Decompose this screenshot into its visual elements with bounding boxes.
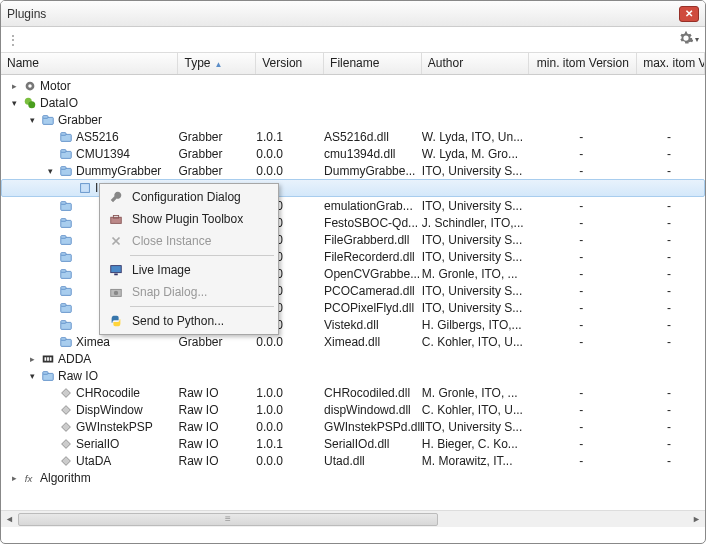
cell-type: Grabber <box>178 164 256 178</box>
cell-file: Vistekd.dll <box>324 318 422 332</box>
cell-auth: ITO, University S... <box>422 250 530 264</box>
cell-min: - <box>529 250 637 264</box>
rawio-icon <box>58 419 73 434</box>
cell-min: - <box>529 335 637 349</box>
expander-icon[interactable]: ▾ <box>9 97 20 108</box>
svg-rect-40 <box>111 266 122 273</box>
col-max-version[interactable]: max. itom V <box>637 53 705 74</box>
row-name: Algorithm <box>40 471 91 485</box>
cell-max: - <box>637 284 705 298</box>
cell-max: - <box>637 216 705 230</box>
cell-file: Utad.dll <box>324 454 422 468</box>
col-min-version[interactable]: min. itom Version <box>529 53 637 74</box>
expander-icon[interactable]: ▸ <box>27 353 38 364</box>
tree-row[interactable]: ▸fxAlgorithm <box>1 469 705 486</box>
tree-row[interactable]: ▸CHRocodileRaw IO1.0.0CHRocodiled.dllM. … <box>1 384 705 401</box>
row-name: Grabber <box>58 113 102 127</box>
svg-rect-22 <box>60 269 65 272</box>
algo-icon: fx <box>22 470 37 485</box>
dataio-icon <box>22 95 37 110</box>
close-button[interactable]: ✕ <box>679 6 699 22</box>
cell-auth: M. Gronle, ITO, ... <box>422 267 530 281</box>
cell-ver: 0.0.0 <box>256 335 324 349</box>
svg-point-3 <box>28 101 35 108</box>
menu-item: Snap Dialog... <box>102 281 276 303</box>
tree-row[interactable]: ▸Motor <box>1 77 705 94</box>
tree-row[interactable]: ▸GWInstekPSPRaw IO0.0.0GWInstekPSPd.dllI… <box>1 418 705 435</box>
scroll-track[interactable] <box>18 512 688 527</box>
svg-text:fx: fx <box>24 472 33 483</box>
svg-point-43 <box>114 291 118 295</box>
tree-row[interactable]: ▸CMU1394Grabber0.0.0cmu1394d.dllW. Lyda,… <box>1 145 705 162</box>
folder-icon <box>58 334 73 349</box>
tree-row[interactable]: ▸ADDA <box>1 350 705 367</box>
folder-icon <box>58 266 73 281</box>
cell-min: - <box>529 199 637 213</box>
folder-icon <box>58 300 73 315</box>
cell-file: CHRocodiled.dll <box>324 386 422 400</box>
col-author[interactable]: Author <box>422 53 530 74</box>
cell-min: - <box>529 301 637 315</box>
cell-ver: 0.0.0 <box>256 454 324 468</box>
cell-type: Raw IO <box>178 386 256 400</box>
cell-max: - <box>637 164 705 178</box>
gear-icon <box>679 31 693 48</box>
expander-icon[interactable]: ▸ <box>9 472 20 483</box>
scroll-left-icon[interactable]: ◄ <box>1 512 18 527</box>
tree-row[interactable]: ▸AS5216Grabber1.0.1AS5216d.dllW. Lyda, I… <box>1 128 705 145</box>
cell-file: FileRecorderd.dll <box>324 250 422 264</box>
cell-max: - <box>637 147 705 161</box>
horizontal-scrollbar[interactable]: ◄ ► <box>1 510 705 527</box>
row-name: Motor <box>40 79 71 93</box>
row-name: GWInstekPSP <box>76 420 153 434</box>
cell-max: - <box>637 386 705 400</box>
col-name[interactable]: Name <box>1 53 178 74</box>
cell-ver: 1.0.0 <box>256 403 324 417</box>
svg-rect-24 <box>60 286 65 289</box>
folder-icon <box>58 129 73 144</box>
menu-item[interactable]: Show Plugin Toolbox <box>102 208 276 230</box>
toolbar-grip-icon: ⋮ <box>7 33 17 47</box>
tree-row[interactable]: ▾Grabber <box>1 111 705 128</box>
tree-row[interactable]: ▾DummyGrabberGrabber0.0.0DummyGrabbe...I… <box>1 162 705 179</box>
toolbar: ⋮ ▾ <box>1 27 705 53</box>
tree-body[interactable]: ▸Motor▾DataIO▾Grabber▸AS5216Grabber1.0.1… <box>1 75 705 527</box>
cell-min: - <box>529 267 637 281</box>
folder-icon <box>58 163 73 178</box>
rawio-icon <box>58 436 73 451</box>
col-version[interactable]: Version <box>256 53 324 74</box>
svg-rect-34 <box>49 357 51 361</box>
cell-min: - <box>529 454 637 468</box>
camera-icon <box>106 284 126 300</box>
tree-row[interactable]: ▸DispWindowRaw IO1.0.0dispWindowd.dllC. … <box>1 401 705 418</box>
tree-row[interactable]: ▸UtaDARaw IO0.0.0Utad.dllM. Morawitz, IT… <box>1 452 705 469</box>
cell-ver: 0.0.0 <box>256 147 324 161</box>
cell-type: Raw IO <box>178 403 256 417</box>
tree-row[interactable]: ▾Raw IO <box>1 367 705 384</box>
col-type[interactable]: Type▲ <box>178 53 256 74</box>
column-header: Name Type▲ Version Filename Author min. … <box>1 53 705 75</box>
menu-item[interactable]: Configuration Dialog <box>102 186 276 208</box>
scroll-right-icon[interactable]: ► <box>688 512 705 527</box>
settings-button[interactable]: ▾ <box>679 30 699 50</box>
col-filename[interactable]: Filename <box>324 53 422 74</box>
cell-file: Ximead.dll <box>324 335 422 349</box>
expander-icon[interactable]: ▾ <box>27 114 38 125</box>
menu-item[interactable]: Send to Python... <box>102 310 276 332</box>
cell-max: - <box>637 267 705 281</box>
expander-icon[interactable]: ▾ <box>45 165 56 176</box>
rawio-icon <box>58 453 73 468</box>
scroll-thumb[interactable] <box>18 513 438 526</box>
tree-row[interactable]: ▸XimeaGrabber0.0.0Ximead.dllC. Kohler, I… <box>1 333 705 350</box>
expander-icon[interactable]: ▾ <box>27 370 38 381</box>
svg-rect-36 <box>42 371 47 374</box>
svg-rect-18 <box>60 235 65 238</box>
expander-icon[interactable]: ▸ <box>9 80 20 91</box>
menu-item[interactable]: Live Image <box>102 259 276 281</box>
tree-row[interactable]: ▸SerialIORaw IO1.0.1SerialIOd.dllH. Bieg… <box>1 435 705 452</box>
cell-auth: M. Gronle, ITO, ... <box>422 386 530 400</box>
tree-row[interactable]: ▾DataIO <box>1 94 705 111</box>
cell-max: - <box>637 199 705 213</box>
cell-file: GWInstekPSPd.dll <box>324 420 422 434</box>
menu-label: Close Instance <box>132 234 211 248</box>
